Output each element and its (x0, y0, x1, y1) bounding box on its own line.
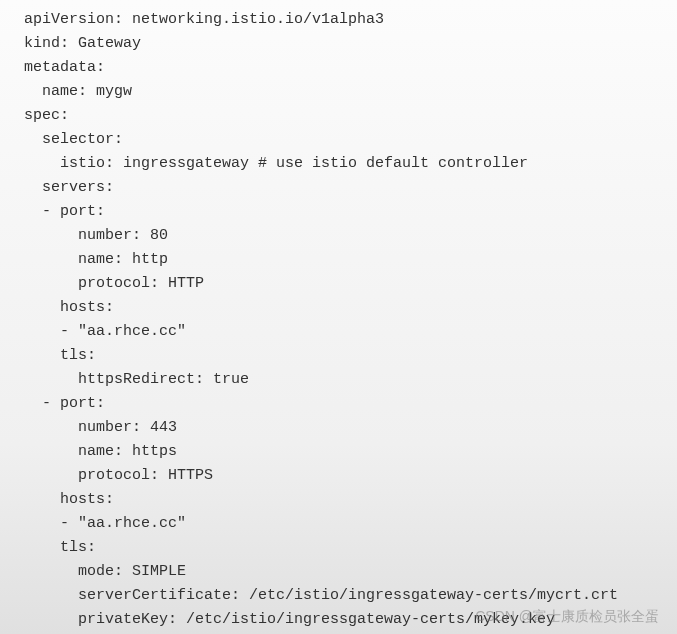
code-line: selector: (24, 131, 123, 148)
code-line: hosts: (24, 299, 114, 316)
code-line: name: https (24, 443, 177, 460)
code-line: protocol: HTTP (24, 275, 204, 292)
watermark-text: CSDN @富士康质检员张全蛋 (475, 604, 659, 628)
code-line: hosts: (24, 491, 114, 508)
code-line: protocol: HTTPS (24, 467, 213, 484)
code-line: - "aa.rhce.cc" (24, 323, 186, 340)
code-line: - port: (24, 203, 105, 220)
code-line: serverCertificate: /etc/istio/ingressgat… (24, 587, 618, 604)
code-line: mode: SIMPLE (24, 563, 186, 580)
code-line: tls: (24, 347, 96, 364)
code-line: number: 443 (24, 419, 177, 436)
code-line: kind: Gateway (24, 35, 141, 52)
code-line: metadata: (24, 59, 105, 76)
yaml-code-block: apiVersion: networking.istio.io/v1alpha3… (24, 8, 677, 632)
code-line: spec: (24, 107, 69, 124)
code-line: apiVersion: networking.istio.io/v1alpha3 (24, 11, 384, 28)
code-line: - "aa.rhce.cc" (24, 515, 186, 532)
code-line: name: http (24, 251, 168, 268)
code-line: tls: (24, 539, 96, 556)
code-line: number: 80 (24, 227, 168, 244)
code-line: istio: ingressgateway # use istio defaul… (24, 155, 528, 172)
code-line: name: mygw (24, 83, 132, 100)
code-line: servers: (24, 179, 114, 196)
code-line: httpsRedirect: true (24, 371, 249, 388)
code-line: - port: (24, 395, 105, 412)
